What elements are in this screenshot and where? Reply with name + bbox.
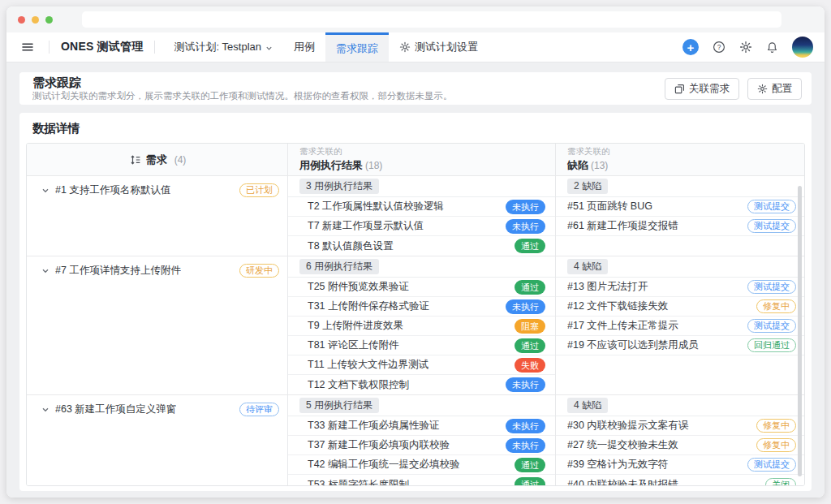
defect-title[interactable]: #61 新建工作项提交报错 (567, 219, 741, 233)
requirement-title[interactable]: #1 支持工作项名称默认值 (55, 183, 170, 197)
requirement-group-row: #7 工作项详情支持上传附件研发中6 用例执行结果T25 附件预览效果验证通过T… (27, 256, 804, 395)
chevron-down-icon (265, 45, 273, 52)
defect-title[interactable]: #27 统一提交校验未生效 (567, 438, 750, 452)
tab-requirement-tracking[interactable]: 需求跟踪 (325, 32, 389, 62)
case-status-badge: 未执行 (506, 438, 545, 453)
minimize-window-button[interactable] (32, 16, 39, 24)
case-row[interactable]: T42 编辑工作项统一提交必填校验通过 (288, 455, 555, 475)
case-title[interactable]: T53 标题字符长度限制 (308, 478, 508, 487)
case-row[interactable]: T8 默认值颜色设置通过 (288, 236, 555, 256)
case-row[interactable]: T9 上传附件进度效果阻塞 (288, 317, 555, 336)
chevron-down-icon[interactable] (41, 267, 50, 275)
defect-row[interactable]: #39 空格计为无效字符测试提交 (556, 455, 804, 475)
case-row[interactable]: T11 上传较大文件边界测试失败 (288, 355, 555, 375)
case-title[interactable]: T25 附件预览效果验证 (308, 280, 508, 294)
case-title[interactable]: T81 评论区上传附件 (308, 338, 508, 352)
case-title[interactable]: T31 上传附件保存格式验证 (308, 299, 499, 313)
defect-row[interactable]: #13 图片无法打开测试提交 (556, 278, 804, 297)
divider (154, 41, 155, 54)
user-avatar[interactable] (792, 37, 813, 58)
defect-title[interactable]: #40 内联校验未及时报错 (567, 478, 759, 487)
defect-status-badge: 修复中 (756, 419, 796, 433)
case-results-cell: 6 用例执行结果T25 附件预览效果验证通过T31 上传附件保存格式验证未执行T… (288, 256, 556, 394)
browser-chrome (6, 6, 825, 32)
defect-row[interactable]: #40 内联校验未及时报错关闭 (556, 475, 804, 486)
settings-gear-icon[interactable] (739, 41, 752, 54)
defects-cell: 4 缺陷#30 内联校验提示文案有误修复中#27 统一提交校验未生效修复中#39… (556, 395, 804, 486)
case-title[interactable]: T33 新建工作项必填属性验证 (308, 419, 499, 433)
case-row[interactable]: T25 附件预览效果验证通过 (288, 278, 555, 297)
defect-row[interactable]: #30 内联校验提示文案有误修复中 (556, 416, 804, 436)
case-row[interactable]: T53 标题字符长度限制通过 (288, 475, 555, 486)
tab-usecases[interactable]: 用例 (283, 32, 325, 62)
create-button[interactable]: + (682, 39, 699, 55)
defect-title[interactable]: #39 空格计为无效字符 (567, 458, 741, 472)
product-title: ONES 测试管理 (58, 32, 146, 62)
case-row[interactable]: T31 上传附件保存格式验证未执行 (288, 297, 555, 317)
chevron-down-icon[interactable] (41, 187, 50, 195)
defect-status-badge: 测试提交 (747, 219, 796, 233)
hamburger-menu-icon[interactable] (15, 32, 41, 62)
divider (49, 41, 50, 54)
defect-title[interactable]: #12 文件下载链接失效 (567, 299, 750, 313)
column-header-case-results: 需求关联的 用例执行结果(18) (288, 144, 556, 175)
case-title[interactable]: T42 编辑工作项统一提交必填校验 (308, 458, 508, 472)
case-row[interactable]: T12 文档下载权限控制未执行 (288, 375, 555, 394)
defect-count-chip: 4 缺陷 (567, 259, 608, 274)
defect-row[interactable]: #19 不应该可以选到禁用成员回归通过 (556, 336, 804, 355)
testplan-selector-label: 测试计划: Testplan (174, 40, 261, 54)
link-requirement-button[interactable]: 关联需求 (665, 78, 739, 100)
gear-icon (757, 84, 768, 94)
case-row[interactable]: T37 新建工作项必填项内联校验未执行 (288, 436, 555, 455)
link-requirement-icon (674, 84, 685, 94)
help-icon[interactable]: ? (713, 41, 726, 54)
requirement-title[interactable]: #7 工作项详情支持上传附件 (55, 264, 181, 278)
chevron-down-icon[interactable] (41, 406, 50, 414)
gear-icon (399, 41, 411, 53)
collapse-all-icon[interactable] (130, 154, 141, 166)
case-title[interactable]: T9 上传附件进度效果 (308, 319, 508, 333)
testplan-selector[interactable]: 测试计划: Testplan (163, 32, 283, 62)
table-scrollbar[interactable] (798, 186, 802, 476)
defect-row[interactable]: #61 新建工作项提交报错测试提交 (556, 217, 804, 236)
case-title[interactable]: T2 工作项属性默认值校验逻辑 (308, 200, 499, 213)
defect-row[interactable]: #17 文件上传未正常提示测试提交 (556, 317, 804, 336)
case-title[interactable]: T12 文档下载权限控制 (308, 378, 499, 392)
case-row[interactable]: T33 新建工作项必填属性验证未执行 (288, 416, 555, 436)
defect-status-badge: 回归通过 (747, 338, 796, 352)
column-header-defects: 需求关联的 缺陷(13) (556, 144, 804, 175)
column-count: (18) (365, 160, 382, 171)
browser-address-bar[interactable] (82, 11, 781, 28)
defect-title[interactable]: #51 页面跳转 BUG (567, 200, 741, 213)
defect-title[interactable]: #19 不应该可以选到禁用成员 (567, 338, 741, 352)
defect-title[interactable]: #30 内联校验提示文案有误 (567, 419, 750, 433)
notifications-bell-icon[interactable] (766, 41, 778, 54)
case-title[interactable]: T11 上传较大文件边界测试 (308, 358, 508, 372)
case-row[interactable]: T7 新建工作项显示默认值未执行 (288, 217, 555, 236)
close-window-button[interactable] (18, 16, 25, 24)
maximize-window-button[interactable] (45, 16, 53, 24)
configure-button[interactable]: 配置 (747, 78, 802, 100)
case-status-badge: 通过 (515, 458, 545, 472)
defect-row[interactable]: #27 统一提交校验未生效修复中 (556, 436, 804, 455)
defect-row[interactable]: #12 文件下载链接失效修复中 (556, 297, 804, 317)
requirement-group-row: #63 新建工作项自定义弹窗待评审5 用例执行结果T33 新建工作项必填属性验证… (27, 395, 804, 486)
requirement-title[interactable]: #63 新建工作项自定义弹窗 (55, 403, 176, 416)
defect-status-badge: 测试提交 (747, 458, 796, 472)
column-count: (4) (174, 154, 187, 166)
column-header-requirements[interactable]: 需求 (4) (27, 144, 288, 175)
case-status-badge: 通过 (515, 477, 545, 486)
case-row[interactable]: T2 工作项属性默认值校验逻辑未执行 (288, 197, 555, 217)
column-title: 缺陷 (567, 159, 588, 171)
case-title[interactable]: T8 默认值颜色设置 (308, 239, 508, 253)
case-status-badge: 未执行 (506, 419, 545, 433)
case-title[interactable]: T7 新建工作项显示默认值 (308, 219, 499, 233)
case-title[interactable]: T37 新建工作项必填项内联校验 (308, 438, 499, 452)
defect-row[interactable]: #51 页面跳转 BUG测试提交 (556, 197, 804, 217)
case-row[interactable]: T81 评论区上传附件通过 (288, 336, 555, 355)
defects-cell: 4 缺陷#13 图片无法打开测试提交#12 文件下载链接失效修复中#17 文件上… (556, 256, 804, 394)
defect-title[interactable]: #17 文件上传未正常提示 (567, 319, 741, 333)
defect-title[interactable]: #13 图片无法打开 (567, 280, 741, 294)
case-status-badge: 阻塞 (515, 319, 545, 334)
tab-testplan-settings[interactable]: 测试计划设置 (389, 32, 489, 62)
